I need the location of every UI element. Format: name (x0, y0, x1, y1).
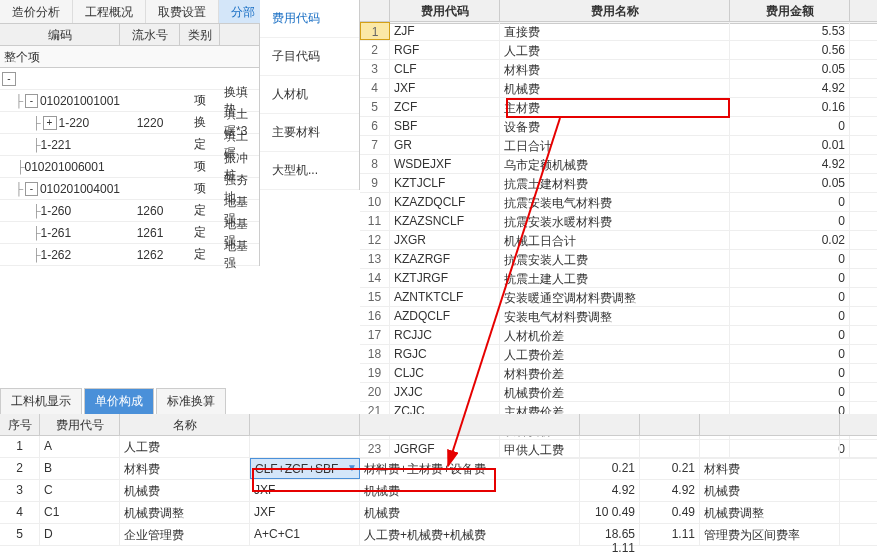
fee-row[interactable]: 20JXJC机械费价差0 (360, 383, 877, 402)
tree-col-code: 编码 (0, 24, 120, 45)
fee-col-name: 费用名称 (500, 0, 730, 21)
menu-fee-code[interactable]: 费用代码 (260, 0, 359, 38)
fee-row[interactable]: 14KZTJRGF抗震土建人工费0 (360, 269, 877, 288)
tab-price-analysis[interactable]: 造价分析 (0, 0, 73, 23)
fee-row[interactable]: 16AZDQCLF安装电气材料费调整0 (360, 307, 877, 326)
fee-row[interactable]: 15AZNTKTCLF安装暖通空调材料费调整0 (360, 288, 877, 307)
fee-cell: 0 (730, 383, 850, 401)
bot-row[interactable]: 1A人工费 (0, 436, 877, 458)
bot-cell-n: 1 (0, 436, 40, 457)
bot-row[interactable]: 5D企业管理费A+C+C1人工费+机械费+机械费18.65 1.111.11管理… (0, 524, 877, 546)
collapse-icon[interactable]: - (2, 72, 16, 86)
fee-row[interactable]: 9KZTJCLF抗震土建材料费0.05 (360, 174, 877, 193)
expand-icon[interactable]: + (43, 116, 57, 130)
fee-cell: 10 (360, 193, 390, 211)
btab-std-conv[interactable]: 标准换算 (156, 388, 226, 415)
fee-cell: CLJC (390, 364, 500, 382)
bot-cell-nm: 企业管理费 (120, 524, 250, 545)
fee-row[interactable]: 10KZAZDQCLF抗震安装电气材料费0 (360, 193, 877, 212)
bot-cell-c: C1 (40, 502, 120, 523)
collapse-icon[interactable]: - (25, 94, 38, 108)
formula-input[interactable]: CLF+ZCF+SBF▼ (250, 458, 360, 479)
bot-cell-fn: 机械费 (360, 480, 580, 501)
fee-table-header: 费用代码 费用名称 费用金额 (360, 0, 877, 22)
fee-cell: 抗震安装人工费 (500, 250, 730, 268)
fee-cell: 0.02 (730, 231, 850, 249)
fee-cell: KZAZSNCLF (390, 212, 500, 230)
tree-code: 1-262 (41, 248, 72, 262)
fee-cell: 人工费 (500, 41, 730, 59)
fee-row[interactable]: 1ZJF直接费5.53 (360, 22, 877, 41)
btab-price-comp[interactable]: 单价构成 (84, 388, 154, 415)
menu-sub-code[interactable]: 子目代码 (260, 38, 359, 76)
tab-project-overview[interactable]: 工程概况 (73, 0, 146, 23)
fee-cell: CLF (390, 60, 500, 78)
fee-cell: 6 (360, 117, 390, 135)
fee-cell: ZCF (390, 98, 500, 116)
fee-row[interactable]: 5ZCF主材费0.16 (360, 98, 877, 117)
tab-fee-settings[interactable]: 取费设置 (146, 0, 219, 23)
bot-cell-desc: 材料费 (700, 458, 840, 479)
tree-row[interactable]: ├ 1-2621262定地基强 (0, 244, 259, 266)
menu-large-mach[interactable]: 大型机... (260, 152, 359, 190)
fee-cell: JXJC (390, 383, 500, 401)
fee-row[interactable]: 11KZAZSNCLF抗震安装水暖材料费0 (360, 212, 877, 231)
bot-row[interactable]: 4C1机械费调整JXF机械费10 0.490.49机械费调整 (0, 502, 877, 524)
fee-row[interactable]: 13KZAZRGF抗震安装人工费0 (360, 250, 877, 269)
tree-cat: 项 (180, 180, 220, 197)
fee-cell: 7 (360, 136, 390, 154)
tree-cat: 换 (180, 114, 220, 131)
bot-cell-fn: 人工费+机械费+机械费 (360, 524, 580, 545)
bot-cell-v2: 0.21 (640, 458, 700, 479)
fee-row[interactable]: 2RGF人工费0.56 (360, 41, 877, 60)
bot-cell-v2: 4.92 (640, 480, 700, 501)
fee-cell: RGF (390, 41, 500, 59)
fee-row[interactable]: 4JXF机械费4.92 (360, 79, 877, 98)
collapse-icon[interactable]: - (25, 182, 38, 196)
fee-row[interactable]: 6SBF设备费0 (360, 117, 877, 136)
fee-cell: 0 (730, 326, 850, 344)
bot-cell-desc: 管理费为区间费率 (700, 524, 840, 545)
fee-cell: 安装电气材料费调整 (500, 307, 730, 325)
bot-cell-n: 3 (0, 480, 40, 501)
bot-cell-c: D (40, 524, 120, 545)
fee-cell: SBF (390, 117, 500, 135)
fee-cell: 0.16 (730, 98, 850, 116)
fee-cell: GR (390, 136, 500, 154)
fee-cell: 0.05 (730, 174, 850, 192)
dropdown-icon[interactable]: ▼ (347, 462, 357, 473)
fee-cell: 9 (360, 174, 390, 192)
fee-row[interactable]: 8WSDEJXF乌市定额机械费4.92 (360, 155, 877, 174)
fee-row[interactable]: 18RGJC人工费价差0 (360, 345, 877, 364)
fee-cell: 0 (730, 250, 850, 268)
menu-main-mat[interactable]: 主要材料 (260, 114, 359, 152)
fee-row[interactable]: 3CLF材料费0.05 (360, 60, 877, 79)
fee-row[interactable]: 17RCJJC人材机价差0 (360, 326, 877, 345)
fee-cell: 0 (730, 117, 850, 135)
btab-material[interactable]: 工料机显示 (0, 388, 82, 415)
fee-cell: AZNTKTCLF (390, 288, 500, 306)
fee-cell: JXF (390, 79, 500, 97)
fee-cell: 抗震土建人工费 (500, 269, 730, 287)
bot-row[interactable]: 3C机械费JXF机械费4.924.92机械费 (0, 480, 877, 502)
fee-row[interactable]: 7GR工日合计0.01 (360, 136, 877, 155)
fee-cell: 19 (360, 364, 390, 382)
bot-cell-v2: 1.11 (640, 524, 700, 545)
bot-row[interactable]: 2B材料费CLF+ZCF+SBF▼材料费+主材费+设备费0.210.21材料费 (0, 458, 877, 480)
fee-cell: 机械工日合计 (500, 231, 730, 249)
menu-rcj[interactable]: 人材机 (260, 76, 359, 114)
bot-cell-v1: 10 0.49 (580, 502, 640, 523)
fee-cell: RGJC (390, 345, 500, 363)
fee-cell: 0 (730, 269, 850, 287)
bot-cell-desc: 机械费 (700, 480, 840, 501)
fee-cell: 17 (360, 326, 390, 344)
tree-code: 010201004001 (40, 182, 120, 196)
bot-cell-n: 5 (0, 524, 40, 545)
fee-cell: KZTJCLF (390, 174, 500, 192)
fee-cell: 14 (360, 269, 390, 287)
tree-code: 1-261 (41, 226, 72, 240)
fee-row[interactable]: 12JXGR机械工日合计0.02 (360, 231, 877, 250)
fee-cell: 1 (360, 22, 390, 40)
tree-cat: 定 (180, 246, 220, 263)
fee-row[interactable]: 19CLJC材料费价差0 (360, 364, 877, 383)
